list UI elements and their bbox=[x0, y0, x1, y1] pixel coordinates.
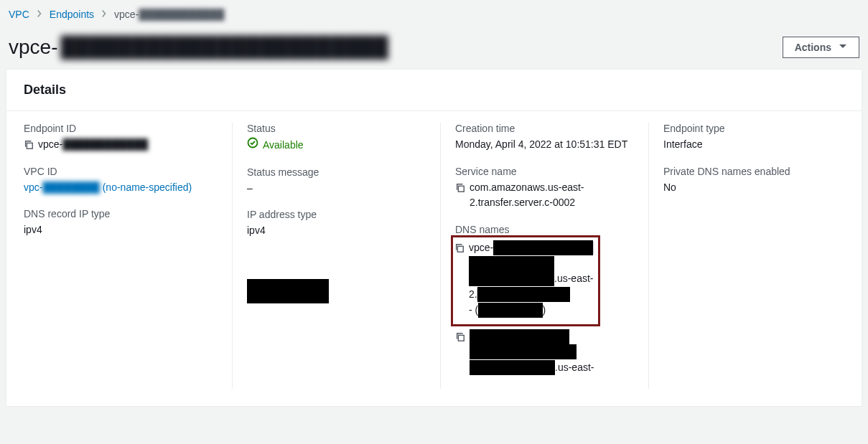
redacted-text: ████████ bbox=[42, 181, 99, 193]
redacted-text: ███████████████████████ bbox=[60, 36, 388, 59]
endpoint-id-label: Endpoint ID bbox=[24, 123, 218, 134]
redacted-text: ████████████ bbox=[469, 256, 554, 271]
redacted-text: ████████████ bbox=[469, 271, 554, 286]
redacted-text: ███████████████ bbox=[470, 344, 577, 359]
copy-icon[interactable] bbox=[454, 242, 465, 252]
caret-down-icon bbox=[839, 42, 847, 53]
redacted-text: ██████████████ bbox=[470, 329, 569, 344]
private-dns-value: No bbox=[663, 180, 842, 196]
dns-names-label: DNS names bbox=[455, 224, 634, 235]
copy-icon[interactable] bbox=[455, 182, 465, 192]
endpoint-type-value: Interface bbox=[663, 137, 842, 153]
status-message-value: – bbox=[247, 181, 426, 197]
service-name-label: Service name bbox=[455, 166, 634, 177]
ip-address-type-value: ipv4 bbox=[247, 223, 426, 239]
endpoint-id-value: vpce-████████████ bbox=[38, 137, 148, 153]
service-name-value: com.amazonaws.us-east-2.transfer.server.… bbox=[470, 180, 634, 211]
svg-rect-0 bbox=[27, 143, 32, 148]
actions-label: Actions bbox=[795, 42, 831, 53]
redacted-text: █████████ bbox=[478, 303, 542, 318]
chevron-right-icon bbox=[37, 9, 42, 20]
svg-rect-2 bbox=[458, 186, 464, 192]
creation-time-label: Creation time bbox=[455, 123, 634, 134]
dns-name-1: vpce-██████████████ ████████████ ███████… bbox=[469, 240, 594, 318]
vpc-id-link[interactable]: vpc-████████ (no-name-specified) bbox=[24, 180, 218, 196]
dns-record-ip-type-label: DNS record IP type bbox=[24, 208, 218, 219]
redacted-text: █████████████ bbox=[477, 287, 570, 302]
private-dns-label: Private DNS names enabled bbox=[663, 166, 842, 177]
chevron-right-icon bbox=[101, 9, 107, 20]
redacted-block bbox=[247, 279, 329, 303]
breadcrumb-endpoints[interactable]: Endpoints bbox=[50, 9, 94, 20]
details-col-4: Endpoint type Interface Private DNS name… bbox=[648, 123, 857, 389]
details-col-2: Status Available Status message – IP add… bbox=[232, 123, 440, 389]
breadcrumb: VPC Endpoints vpce-████████████ bbox=[6, 9, 862, 32]
breadcrumb-vpc[interactable]: VPC bbox=[9, 9, 29, 20]
details-col-3: Creation time Monday, April 4, 2022 at 1… bbox=[440, 123, 648, 389]
copy-icon[interactable] bbox=[455, 331, 465, 341]
ip-address-type-label: IP address type bbox=[247, 209, 426, 220]
svg-rect-4 bbox=[458, 335, 464, 341]
details-col-1: Endpoint ID vpce-████████████ VPC ID vpc… bbox=[24, 123, 232, 389]
copy-icon[interactable] bbox=[24, 139, 34, 149]
breadcrumb-current: vpce-████████████ bbox=[114, 9, 224, 20]
page-title: vpce-███████████████████████ bbox=[9, 36, 388, 59]
svg-rect-3 bbox=[457, 246, 463, 252]
dns-name-2: ██████████████ ███████████████ █████████… bbox=[470, 329, 594, 376]
details-panel: Details Endpoint ID vpce-████████████ bbox=[6, 69, 862, 407]
redacted-text: ████████████ bbox=[139, 9, 224, 20]
check-circle-icon bbox=[247, 137, 258, 153]
actions-button[interactable]: Actions bbox=[783, 37, 859, 58]
redacted-text: ██████████████ bbox=[493, 240, 593, 255]
vpc-id-label: VPC ID bbox=[24, 166, 218, 177]
redacted-text: ████████████ bbox=[470, 360, 555, 375]
panel-title: Details bbox=[6, 70, 862, 111]
endpoint-type-label: Endpoint type bbox=[663, 123, 842, 134]
dns-names-highlighted: vpce-██████████████ ████████████ ███████… bbox=[451, 235, 600, 326]
status-label: Status bbox=[247, 123, 426, 134]
status-message-label: Status message bbox=[247, 166, 426, 178]
dns-record-ip-type-value: ipv4 bbox=[24, 222, 218, 238]
status-value: Available bbox=[247, 137, 426, 153]
redacted-text: ████████████ bbox=[62, 138, 148, 150]
creation-time-value: Monday, April 4, 2022 at 10:51:31 EDT bbox=[455, 137, 634, 153]
